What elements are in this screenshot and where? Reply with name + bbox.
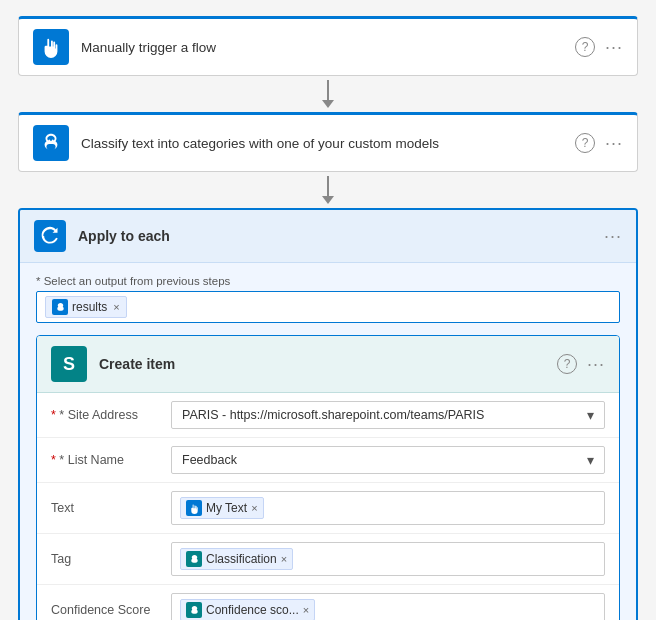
list-name-value: Feedback ▾ [171, 446, 605, 474]
my-text-token: My Text × [180, 497, 264, 519]
create-item-card: S Create item ? ··· * * Site Address [36, 335, 620, 620]
results-token: results × [45, 296, 127, 318]
select-output-section: * Select an output from previous steps r… [36, 275, 620, 323]
arrow-line-2 [327, 176, 329, 196]
select-output-input[interactable]: results × [36, 291, 620, 323]
confidence-score-token-icon [186, 602, 202, 618]
my-text-token-svg [189, 503, 200, 514]
create-item-actions: ? ··· [557, 354, 605, 375]
site-address-text: PARIS - https://microsoft.sharepoint.com… [182, 408, 484, 422]
site-address-dropdown[interactable]: PARIS - https://microsoft.sharepoint.com… [171, 401, 605, 429]
results-token-label: results [72, 300, 107, 314]
list-name-row: * * List Name Feedback ▾ [37, 438, 619, 483]
confidence-score-token-svg [189, 605, 200, 616]
trigger-more-icon[interactable]: ··· [605, 37, 623, 58]
classify-title: Classify text into categories with one o… [81, 136, 575, 151]
classify-svg-icon [40, 132, 62, 154]
tag-label: Tag [51, 552, 171, 566]
site-address-row: * * Site Address PARIS - https://microso… [37, 393, 619, 438]
classification-token-label: Classification [206, 552, 277, 566]
classification-token-svg [189, 554, 200, 565]
tag-token-field[interactable]: Classification × [171, 542, 605, 576]
arrow-head-1 [322, 100, 334, 108]
results-token-svg [55, 302, 66, 313]
apply-each-body: * Select an output from previous steps r… [20, 263, 636, 620]
arrow-1 [322, 76, 334, 112]
select-output-label: * Select an output from previous steps [36, 275, 620, 287]
trigger-svg-icon [40, 36, 62, 58]
tag-value: Classification × [171, 542, 605, 576]
my-text-token-close[interactable]: × [251, 502, 257, 514]
create-item-title: Create item [99, 356, 557, 372]
classification-token: Classification × [180, 548, 293, 570]
confidence-score-token: Confidence sco... × [180, 599, 315, 620]
confidence-score-token-close[interactable]: × [303, 604, 309, 616]
flow-canvas: Manually trigger a flow ? ··· Classify t… [16, 16, 640, 620]
create-item-help-icon[interactable]: ? [557, 354, 577, 374]
results-token-close[interactable]: × [113, 301, 119, 313]
text-label: Text [51, 501, 171, 515]
confidence-value: Confidence sco... × [171, 593, 605, 620]
create-item-more-icon[interactable]: ··· [587, 354, 605, 375]
confidence-label: Confidence Score [51, 603, 171, 617]
my-text-token-label: My Text [206, 501, 247, 515]
site-address-arrow-icon: ▾ [587, 407, 594, 423]
classification-token-close[interactable]: × [281, 553, 287, 565]
trigger-title: Manually trigger a flow [81, 40, 575, 55]
create-item-body: * * Site Address PARIS - https://microso… [37, 393, 619, 620]
apply-each-container: Apply to each ··· * Select an output fro… [18, 208, 638, 620]
create-item-icon: S [51, 346, 87, 382]
tag-row: Tag Classification [37, 534, 619, 585]
confidence-score-token-label: Confidence sco... [206, 603, 299, 617]
site-address-value: PARIS - https://microsoft.sharepoint.com… [171, 401, 605, 429]
apply-each-header: Apply to each ··· [20, 210, 636, 263]
create-item-header: S Create item ? ··· [37, 336, 619, 393]
classification-token-icon [186, 551, 202, 567]
classify-icon [33, 125, 69, 161]
list-name-label: * * List Name [51, 453, 171, 467]
classify-more-icon[interactable]: ··· [605, 133, 623, 154]
site-address-label: * * Site Address [51, 408, 171, 422]
apply-each-more-icon[interactable]: ··· [604, 226, 622, 247]
trigger-step: Manually trigger a flow ? ··· [18, 16, 638, 76]
apply-each-icon [34, 220, 66, 252]
arrow-head-2 [322, 196, 334, 204]
apply-each-svg-icon [40, 226, 60, 246]
confidence-token-field[interactable]: Confidence sco... × [171, 593, 605, 620]
text-row: Text My Text [37, 483, 619, 534]
list-name-arrow-icon: ▾ [587, 452, 594, 468]
list-name-dropdown[interactable]: Feedback ▾ [171, 446, 605, 474]
text-token-field[interactable]: My Text × [171, 491, 605, 525]
apply-each-title: Apply to each [78, 228, 604, 244]
text-value: My Text × [171, 491, 605, 525]
confidence-row: Confidence Score Confidence sco... [37, 585, 619, 620]
results-token-icon [52, 299, 68, 315]
trigger-help-icon[interactable]: ? [575, 37, 595, 57]
my-text-token-icon [186, 500, 202, 516]
classify-actions: ? ··· [575, 133, 623, 154]
trigger-actions: ? ··· [575, 37, 623, 58]
list-name-text: Feedback [182, 453, 237, 467]
trigger-icon [33, 29, 69, 65]
classify-help-icon[interactable]: ? [575, 133, 595, 153]
arrow-2 [322, 172, 334, 208]
arrow-line-1 [327, 80, 329, 100]
classify-step: Classify text into categories with one o… [18, 112, 638, 172]
